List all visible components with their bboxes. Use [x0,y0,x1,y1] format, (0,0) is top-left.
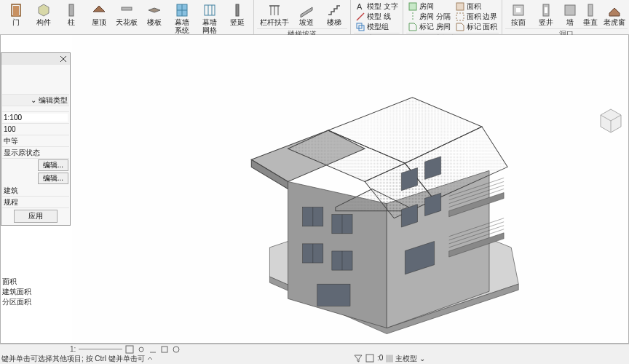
wall-open-label: 墙 [566,18,574,26]
stair-btn[interactable]: 楼梯 [321,1,347,28]
edit-btn-1[interactable]: 编辑... [38,159,68,171]
model-group-btn[interactable]: 模型组 [354,22,400,32]
svg-point-58 [139,347,143,352]
shaft-label: 竖井 [539,18,553,26]
ribbon-group-opening: 按面 竖井 墙 垂直 老虎窗 洞口 [502,0,629,34]
model-text-btn[interactable]: A模型 文字 [354,1,400,12]
ribbon-group-room: 房间 房间 分隔 标记 房间 面积 面积 边界 标记 面积 房间和面积 [403,0,503,34]
railing-label: 栏杆扶手 [260,18,289,26]
scale-input[interactable] [4,114,68,122]
house-model [72,35,628,343]
scale-slider[interactable] [79,349,122,349]
show-original: 显示原状态 [4,148,40,158]
vertical-label: 垂直 [583,18,598,26]
crop-icon[interactable] [160,345,169,354]
svg-rect-27 [565,5,575,15]
project-browser: 面积 建筑面积 分区面积 [1,277,65,307]
ramp-label: 坡道 [299,18,314,26]
floor-btn[interactable]: 楼板 [141,1,167,28]
area-bound-btn[interactable]: 面积 边界 [454,12,499,22]
ceiling-label: 天花板 [116,18,138,26]
reveal-icon[interactable] [172,345,181,354]
curtain-sys-btn[interactable]: 幕墙 系统 [169,1,195,36]
close-icon[interactable] [58,54,68,64]
ramp-btn[interactable]: 坡道 [293,1,320,28]
zoom-label[interactable]: 1: [70,345,76,353]
browser-item[interactable]: 建筑面积 [1,287,65,297]
roof-label: 屋顶 [92,18,106,26]
byface-btn[interactable]: 按面 [505,1,531,28]
main-model-dropdown[interactable]: ▥ 主模型 ⌄ [386,354,425,364]
dormer-label: 老虎窗 [604,18,625,26]
svg-rect-28 [588,4,593,16]
svg-rect-59 [162,347,167,352]
curtain-grid-label: 幕墙 网格 [198,18,221,34]
component-label: 构件 [36,18,51,26]
scale-value: 100 [4,125,16,133]
svg-rect-61 [366,355,373,362]
browser-item[interactable]: 分区面积 [1,297,65,307]
svg-line-16 [357,13,364,20]
properties-titlebar[interactable] [1,53,70,65]
area-btn[interactable]: 面积 [454,1,499,12]
column-label: 柱 [68,18,75,26]
ribbon-group-model: A模型 文字 模型 线 模型组 模型 [351,0,403,34]
svg-rect-24 [516,8,521,12]
dormer-btn[interactable]: 老虎窗 [601,1,628,28]
vertical-btn[interactable]: 垂直 [581,1,600,28]
svg-rect-45 [317,284,350,306]
shadow-icon[interactable] [149,345,157,354]
column-btn[interactable]: 柱 [58,1,84,28]
ribbon-group-circ: 栏杆扶手 坡道 楼梯 楼梯坡道 [254,0,351,34]
room-sep-btn[interactable]: 房间 分隔 [406,12,452,22]
svg-rect-10 [236,4,239,16]
model-viewport[interactable] [72,35,628,343]
svg-rect-22 [456,13,464,20]
select-icon[interactable] [365,354,374,364]
browser-item[interactable]: 面积 [1,277,65,287]
model-line-btn[interactable]: 模型 线 [354,12,400,22]
shaft-btn[interactable]: 竖井 [533,1,559,28]
graphics-icon[interactable] [125,345,134,354]
detail-level: 中等 [4,136,18,146]
svg-rect-26 [545,7,547,13]
hidden-line: 规程 [4,197,18,207]
svg-rect-19 [409,3,416,10]
stair-label: 楼梯 [327,18,341,26]
view-cube[interactable] [598,108,624,134]
svg-rect-2 [69,4,74,16]
svg-point-60 [173,347,179,352]
edit-btn-2[interactable]: 编辑... [38,173,68,184]
roof-btn[interactable]: 屋顶 [86,1,112,28]
expand-icon[interactable] [146,355,154,363]
status-hint: 键并单击可选择其他项目; 按 Ctrl 键并单击可 [1,354,145,364]
ribbon-toolbar: 门 构件 柱 屋顶 天花板 楼板 幕墙 系统 幕墙 网格 竖延 构建 栏杆扶手 … [0,0,629,35]
ribbon-group-build: 门 构件 柱 屋顶 天花板 楼板 幕墙 系统 幕墙 网格 竖延 构建 [0,0,254,34]
component-btn[interactable]: 构件 [31,1,57,28]
tag-room-btn[interactable]: 标记 房间 [406,22,452,32]
room-btn[interactable]: 房间 [406,1,452,12]
view-control-bar: 1: [0,344,629,354]
svg-text:A: A [357,2,363,11]
properties-panel: ⌄ 编辑类型 100 中等 显示原状态 编辑... 编辑... 建筑 规程 应用 [1,52,71,226]
mullion-btn[interactable]: 竖延 [224,1,250,28]
tag-area-btn[interactable]: 标记 面积 [454,22,499,32]
filter-icon[interactable] [354,354,363,364]
svg-rect-3 [122,7,132,10]
curtain-sys-label: 幕墙 系统 [170,18,194,34]
apply-btn[interactable]: 应用 [14,210,58,223]
zero-label: :0 [377,354,383,364]
wall-open-btn[interactable]: 墙 [561,1,579,28]
floor-label: 楼板 [147,18,162,26]
curtain-grid-btn[interactable]: 幕墙 网格 [197,1,223,36]
dropdown-icon[interactable]: ⌄ [31,96,36,104]
sun-icon[interactable] [137,345,146,354]
railing-btn[interactable]: 栏杆扶手 [257,1,292,28]
door-btn[interactable]: 门 [3,1,29,28]
discipline: 建筑 [4,186,18,196]
workspace: ⌄ 编辑类型 100 中等 显示原状态 编辑... 编辑... 建筑 规程 应用… [0,35,629,344]
edit-type-btn[interactable]: 编辑类型 [39,95,68,106]
svg-rect-21 [456,3,464,10]
ceiling-btn[interactable]: 天花板 [114,1,140,28]
byface-label: 按面 [511,18,526,26]
